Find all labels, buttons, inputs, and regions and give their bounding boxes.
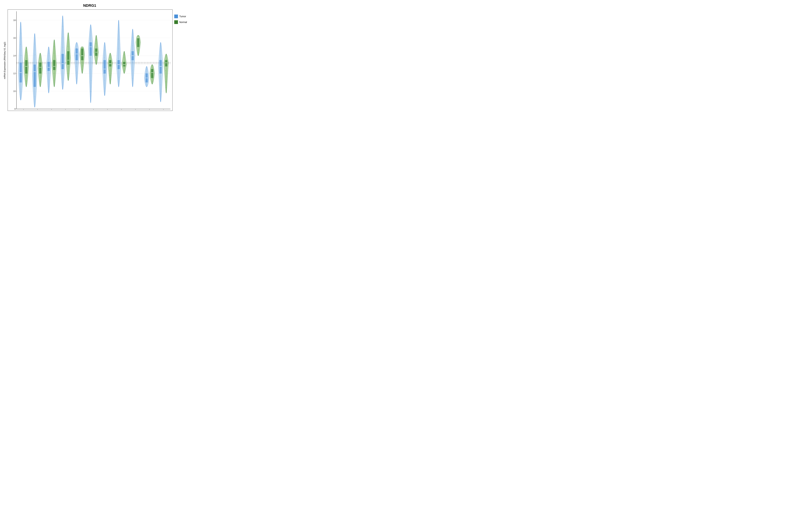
- svg-text:18: 18: [13, 19, 15, 21]
- svg-point-212: [118, 58, 118, 58]
- svg-rect-242: [137, 38, 139, 47]
- svg-point-70: [40, 82, 40, 82]
- svg-point-122: [68, 73, 68, 74]
- svg-point-195: [110, 57, 110, 58]
- svg-point-305: [166, 93, 166, 93]
- svg-point-173: [96, 56, 97, 56]
- svg-point-214: [119, 77, 119, 77]
- svg-point-104: [62, 15, 63, 16]
- svg-point-145: [83, 58, 83, 58]
- svg-point-32: [20, 89, 21, 89]
- svg-point-267: [147, 87, 147, 87]
- svg-point-210: [118, 39, 118, 39]
- svg-point-226: [124, 70, 124, 70]
- svg-point-45: [26, 87, 27, 87]
- svg-point-156: [91, 24, 91, 25]
- svg-point-197: [110, 66, 110, 67]
- svg-point-196: [110, 62, 110, 62]
- svg-point-237: [133, 54, 133, 54]
- svg-point-135: [77, 72, 77, 72]
- svg-point-171: [96, 48, 96, 48]
- svg-point-200: [110, 79, 110, 80]
- svg-point-185: [104, 65, 104, 65]
- svg-point-249: [138, 44, 139, 44]
- svg-point-188: [105, 88, 105, 88]
- svg-point-56: [35, 75, 36, 76]
- svg-text:12: 12: [13, 72, 15, 75]
- svg-point-108: [63, 58, 63, 58]
- svg-point-234: [133, 29, 133, 29]
- svg-point-79: [49, 53, 49, 54]
- svg-point-159: [90, 58, 90, 58]
- svg-rect-100: [62, 54, 64, 69]
- svg-point-71: [40, 87, 40, 87]
- svg-point-213: [118, 68, 119, 68]
- svg-point-168: [96, 35, 96, 36]
- svg-point-189: [105, 96, 105, 96]
- svg-point-298: [166, 54, 166, 54]
- svg-point-279: [152, 84, 152, 84]
- svg-point-58: [35, 97, 35, 97]
- svg-point-187: [104, 80, 105, 80]
- svg-point-80: [48, 60, 49, 60]
- svg-point-235: [133, 37, 133, 38]
- svg-point-81: [49, 66, 49, 67]
- svg-point-67: [40, 67, 40, 68]
- svg-point-66: [40, 62, 40, 63]
- svg-point-183: [105, 50, 105, 50]
- svg-point-130: [77, 42, 77, 43]
- svg-point-158: [90, 47, 91, 47]
- svg-point-239: [133, 70, 133, 70]
- svg-rect-34: [25, 60, 27, 73]
- svg-point-93: [54, 60, 54, 60]
- svg-point-65: [40, 58, 40, 58]
- svg-point-263: [146, 75, 146, 75]
- legend-item-normal: Normal: [174, 20, 198, 24]
- svg-point-111: [62, 89, 63, 90]
- svg-point-261: [146, 69, 147, 69]
- svg-point-29: [21, 55, 21, 56]
- svg-text:16: 16: [13, 37, 15, 39]
- svg-point-274: [152, 70, 152, 70]
- svg-point-277: [152, 78, 153, 79]
- svg-point-250: [137, 47, 138, 47]
- plot-and-legend: 81012141618BLCABRCACOADHNSCKICHKIRCLUADL…: [8, 9, 200, 112]
- svg-point-289: [161, 68, 161, 68]
- svg-point-26: [20, 22, 21, 22]
- svg-rect-60: [39, 63, 41, 73]
- svg-point-273: [152, 67, 152, 68]
- svg-point-147: [83, 66, 83, 66]
- svg-point-137: [77, 84, 77, 84]
- svg-point-38: [26, 47, 27, 47]
- svg-point-131: [76, 48, 77, 49]
- svg-point-95: [54, 73, 54, 73]
- svg-point-236: [132, 45, 133, 46]
- svg-point-184: [104, 57, 104, 58]
- plot-svg: 81012141618BLCABRCACOADHNSCKICHKIRCLUADL…: [8, 10, 172, 111]
- svg-point-223: [124, 61, 124, 61]
- svg-point-106: [63, 37, 63, 37]
- svg-point-121: [68, 67, 68, 67]
- svg-point-265: [147, 81, 147, 81]
- svg-point-40: [27, 58, 27, 58]
- legend-item-tumor: Tumor: [174, 14, 198, 18]
- svg-point-186: [104, 73, 105, 73]
- svg-point-28: [20, 44, 20, 45]
- svg-point-78: [49, 47, 49, 47]
- svg-point-94: [54, 66, 54, 67]
- svg-point-157: [91, 36, 91, 36]
- svg-point-275: [152, 73, 152, 73]
- svg-point-27: [21, 33, 21, 33]
- svg-point-142: [82, 47, 83, 47]
- svg-point-134: [76, 66, 76, 66]
- plot-box: 81012141618BLCABRCACOADHNSCKICHKIRCLUADL…: [8, 9, 172, 111]
- svg-point-225: [124, 67, 124, 67]
- svg-point-272: [152, 64, 152, 65]
- svg-point-43: [26, 75, 26, 75]
- svg-point-169: [96, 39, 97, 40]
- svg-point-301: [165, 70, 166, 71]
- svg-point-144: [82, 54, 83, 55]
- svg-point-262: [147, 72, 147, 72]
- svg-point-83: [49, 79, 49, 80]
- legend-swatch-tumor: [174, 14, 178, 18]
